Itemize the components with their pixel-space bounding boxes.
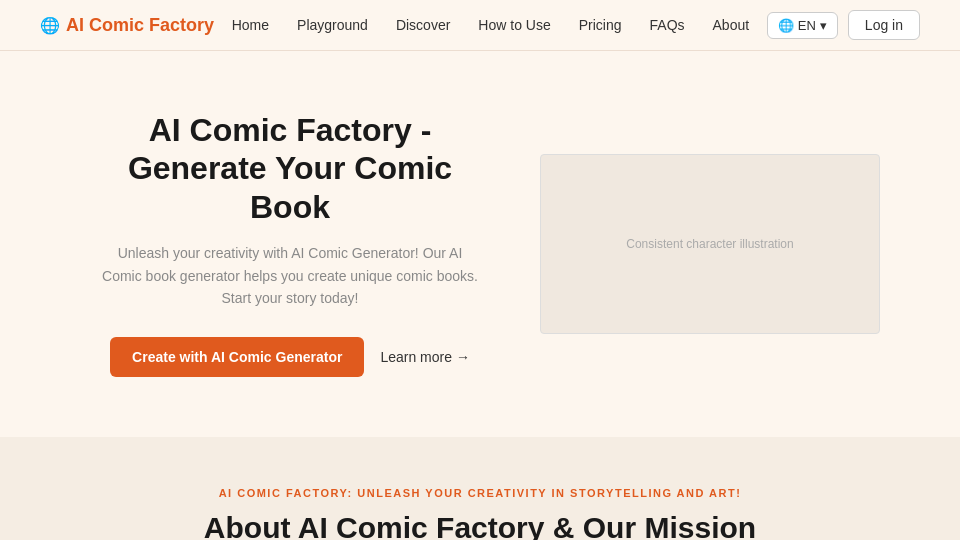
logo-text: AI Comic Factory	[66, 15, 214, 36]
hero-image-area: Consistent character illustration	[540, 154, 880, 334]
about-tag: AI COMIC FACTORY: UNLEASH YOUR CREATIVIT…	[40, 487, 920, 499]
hero-section: AI Comic Factory - Generate Your Comic B…	[0, 51, 960, 437]
cta-button[interactable]: Create with AI Comic Generator	[110, 337, 364, 377]
hero-buttons: Create with AI Comic Generator Learn mor…	[100, 337, 480, 377]
lang-label: EN	[798, 18, 816, 33]
globe-small-icon: 🌐	[778, 18, 794, 33]
nav-discover[interactable]: Discover	[396, 17, 450, 33]
image-alt-text: Consistent character illustration	[626, 237, 793, 251]
hero-title: AI Comic Factory - Generate Your Comic B…	[100, 111, 480, 226]
nav-home[interactable]: Home	[232, 17, 269, 33]
nav-how-to-use[interactable]: How to Use	[478, 17, 550, 33]
nav-pricing[interactable]: Pricing	[579, 17, 622, 33]
about-section: AI COMIC FACTORY: UNLEASH YOUR CREATIVIT…	[0, 437, 960, 540]
login-button[interactable]: Log in	[848, 10, 920, 40]
globe-icon: 🌐	[40, 16, 60, 35]
nav-links: Home Playground Discover How to Use Pric…	[232, 17, 749, 33]
navbar: 🌐 AI Comic Factory Home Playground Disco…	[0, 0, 960, 51]
hero-subtitle: Unleash your creativity with AI Comic Ge…	[100, 242, 480, 309]
logo-link[interactable]: 🌐 AI Comic Factory	[40, 15, 214, 36]
nav-playground[interactable]: Playground	[297, 17, 368, 33]
nav-about[interactable]: About	[713, 17, 750, 33]
about-title: About AI Comic Factory & Our Mission	[40, 511, 920, 540]
language-selector[interactable]: 🌐 EN ▾	[767, 12, 838, 39]
chevron-down-icon: ▾	[820, 18, 827, 33]
hero-image: Consistent character illustration	[540, 154, 880, 334]
hero-content: AI Comic Factory - Generate Your Comic B…	[100, 111, 480, 377]
nav-right: 🌐 EN ▾ Log in	[767, 10, 920, 40]
learn-more-link[interactable]: Learn more →	[380, 349, 469, 365]
nav-faqs[interactable]: FAQs	[650, 17, 685, 33]
